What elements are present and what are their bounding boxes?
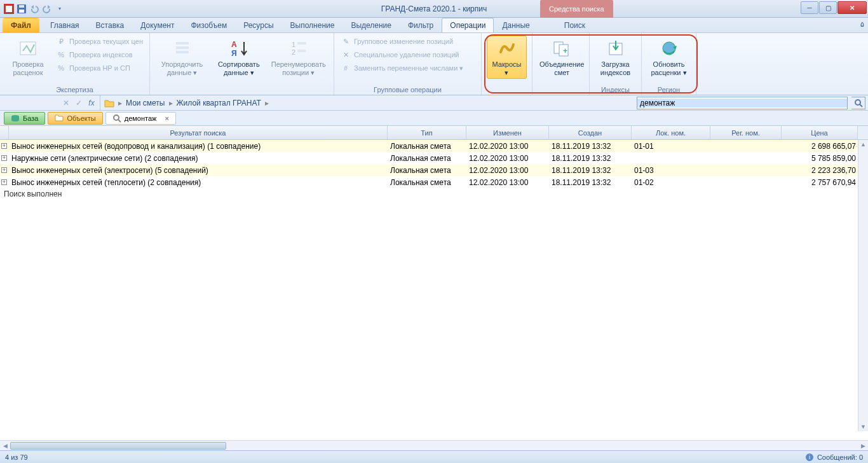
order-data-label: Упорядочить данные ▾ [161,60,203,76]
tab-data[interactable]: Данные [494,18,538,32]
cell-result: Наружные сети (электрические сети) (2 со… [9,154,388,163]
cell-modified: 12.02.2020 13:00 [466,166,549,175]
svg-point-19 [663,42,675,55]
macro-icon [497,38,517,59]
check-indexes[interactable]: %Проверка индексов [55,49,144,60]
table-row[interactable]: +Вынос инженерных сетей (водопровод и ка… [0,140,868,152]
tab-search[interactable]: Поиск [556,18,593,32]
col-local-num[interactable]: Лок. ном. [632,126,710,139]
redo-icon[interactable] [42,4,52,14]
col-reg-num[interactable]: Рег. ном. [710,126,782,139]
tab-document[interactable]: Документ [132,18,182,32]
percent-icon: % [56,63,66,73]
cell-modified: 12.02.2020 13:00 [466,178,549,187]
maximize-button[interactable]: ▢ [819,1,837,14]
replace-variables-numbers[interactable]: #Заменить переменные числами ▾ [339,62,465,74]
fbar-accept-icon[interactable]: ✓ [74,99,83,107]
window-controls: ─ ▢ ✕ [801,1,867,14]
table-row[interactable]: +Наружные сети (электрические сети) (2 с… [0,152,868,164]
search-input[interactable] [637,99,847,107]
chevron-right-icon[interactable]: ▸ [265,99,269,107]
stack-icon [172,38,193,59]
group-merge: + Объединение смет [532,33,590,95]
macros-button[interactable]: Макросы ▾ [487,36,527,79]
cell-price: 2 698 665,07 [782,142,868,151]
col-created[interactable]: Создан [549,126,632,139]
breadcrumb: ▸ Мои сметы ▸ Жилой квартал ГРАНАТ ▸ [104,99,633,107]
col-type[interactable]: Тип [388,126,466,139]
bulk-change-positions[interactable]: ✎Групповое изменение позиций [339,36,465,47]
hscroll-thumb[interactable] [10,442,226,450]
view-tab-search-result[interactable]: демонтаж × [105,112,176,125]
special-delete-positions[interactable]: ✕Специальное удаление позиций [339,49,465,60]
view-tab-objects-label: Объекты [67,114,95,122]
fbar-cancel-icon[interactable]: ✕ [62,99,71,107]
table-row[interactable]: +Вынос инженерных сетей (теплосети) (2 с… [0,176,868,188]
var-icon: # [341,63,351,73]
svg-rect-6 [176,42,189,45]
col-result[interactable]: Результат поиска [9,126,388,139]
expand-icon[interactable]: + [0,167,9,173]
scroll-right-icon[interactable]: ▶ [858,443,868,449]
expand-icon[interactable]: + [0,155,9,161]
view-tab-objects[interactable]: Объекты [48,112,102,125]
group-macros: Макросы ▾ [482,33,532,95]
view-tab-base[interactable]: База [4,112,45,125]
svg-line-24 [118,120,121,122]
col-price[interactable]: Цена [782,126,858,139]
update-prices-button[interactable]: Обновить расценки ▾ [647,36,691,79]
renumber-button[interactable]: 12 Перенумеровать позиции ▾ [268,36,329,79]
check-current-prices[interactable]: ₽Проверка текущих цен [55,36,144,47]
svg-point-23 [114,115,119,120]
tab-execution[interactable]: Выполнение [282,18,343,32]
window-title: ГРАНД-Смета 2020.1 - кирпич [381,4,487,13]
save-icon[interactable] [17,4,27,14]
check-nr-sp[interactable]: %Проверка НР и СП [55,62,144,74]
fbar-fx-icon[interactable]: fx [87,99,96,107]
close-tab-icon[interactable]: × [165,114,168,122]
group-bulk-ops-label: Групповые операции [339,85,476,93]
renumber-label: Перенумеровать позиции ▾ [271,60,326,76]
svg-line-21 [860,104,862,107]
ribbon-collapse-icon[interactable]: ۵ [860,20,864,29]
expand-icon[interactable]: + [0,179,9,185]
info-icon[interactable]: i [806,453,813,461]
tab-physvolume[interactable]: Физобъем [182,18,235,32]
qat-dropdown-icon[interactable]: ▾ [55,4,65,14]
load-indexes-button[interactable]: Загрузка индексов [595,36,636,79]
tab-file[interactable]: Файл [3,18,39,32]
table-row[interactable]: +Вынос инженерных сетей (электросети) (5… [0,164,868,176]
minimize-button[interactable]: ─ [801,1,818,14]
money-icon: ₽ [56,36,66,46]
view-tabs: База Объекты демонтаж × [0,111,868,126]
tab-operations[interactable]: Операции [442,18,494,32]
contextual-tab-search-tools[interactable]: Средства поиска [540,0,613,18]
tab-main[interactable]: Главная [42,18,88,32]
chevron-right-icon[interactable]: ▸ [169,99,173,107]
merge-estimates-button[interactable]: + Объединение смет [538,36,586,79]
horizontal-scrollbar[interactable]: ◀ ▶ [0,440,868,450]
load-indexes-label: Загрузка индексов [600,60,630,76]
tab-selection[interactable]: Выделение [342,18,400,32]
group-expertise-label: Экспертиза [5,85,144,93]
chevron-right-icon[interactable]: ▸ [118,99,122,107]
svg-rect-8 [176,51,189,53]
scroll-left-icon[interactable]: ◀ [0,443,10,449]
edit-icon: ✎ [341,36,351,46]
globe-refresh-icon [659,38,679,59]
tab-resources[interactable]: Ресурсы [235,18,281,32]
vertical-scrollbar[interactable] [858,140,868,431]
group-region-label: Регион [647,85,691,93]
order-data-button[interactable]: Упорядочить данные ▾ [155,36,209,79]
breadcrumb-root[interactable]: Мои сметы [126,99,165,107]
sort-data-button[interactable]: АЯ Сортировать данные ▾ [213,36,264,79]
undo-icon[interactable] [29,4,39,14]
check-prices-button[interactable]: Проверка расценок [5,36,51,79]
breadcrumb-folder[interactable]: Жилой квартал ГРАНАТ [177,99,261,107]
close-button[interactable]: ✕ [837,1,867,14]
tab-filter[interactable]: Фильтр [400,18,442,32]
expand-icon[interactable]: + [0,143,9,149]
tab-insert[interactable]: Вставка [88,18,133,32]
col-modified[interactable]: Изменен [466,126,549,139]
search-go-button[interactable] [851,97,865,109]
